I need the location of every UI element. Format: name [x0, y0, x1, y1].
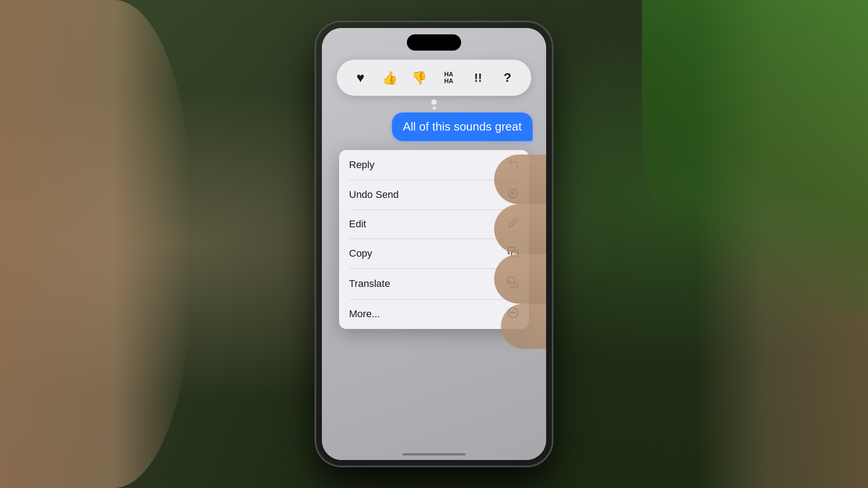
question-icon: ?: [504, 70, 511, 85]
reaction-bar: ♥ 👍 👎 HAHA !!: [337, 60, 531, 96]
phone-wrap: ♥ 👍 👎 HAHA !!: [316, 23, 552, 465]
reply-label: Reply: [349, 159, 374, 171]
hand-left: [0, 0, 190, 488]
haha-icon: HAHA: [444, 71, 453, 85]
copy-label: Copy: [349, 248, 372, 259]
finger-2: [494, 204, 546, 254]
undo-send-label: Undo Send: [349, 189, 399, 201]
menu-item-more[interactable]: More...: [339, 299, 529, 329]
emphasis-icon: !!: [474, 71, 482, 85]
finger-3: [494, 254, 546, 304]
reaction-thumbs-up[interactable]: 👍: [378, 66, 402, 90]
scene: ♥ 👍 👎 HAHA !!: [0, 0, 868, 488]
edit-label: Edit: [349, 218, 366, 230]
reaction-question[interactable]: ?: [495, 66, 520, 90]
home-indicator: [402, 453, 466, 455]
phone-screen: ♥ 👍 👎 HAHA !!: [322, 28, 546, 460]
reaction-emphasis[interactable]: !!: [466, 66, 491, 90]
bubble-connector-large: [431, 99, 437, 105]
more-label: More...: [349, 308, 380, 320]
heart-icon: ♥: [357, 70, 365, 85]
finger-1: [494, 155, 546, 204]
reaction-thumbs-down[interactable]: 👎: [407, 66, 432, 90]
finger-4: [501, 304, 546, 349]
translate-label: Translate: [349, 278, 390, 290]
dynamic-island: [407, 34, 461, 51]
message-text: All of this sounds great: [403, 120, 522, 133]
thumbs-down-icon: 👎: [411, 70, 427, 85]
reaction-heart[interactable]: ♥: [349, 66, 373, 90]
reaction-haha[interactable]: HAHA: [437, 66, 461, 90]
message-bubble: All of this sounds great: [392, 113, 533, 141]
thumbs-up-icon: 👍: [382, 70, 398, 85]
bubble-connector-small: [433, 107, 436, 110]
phone-frame: ♥ 👍 👎 HAHA !!: [316, 23, 552, 465]
